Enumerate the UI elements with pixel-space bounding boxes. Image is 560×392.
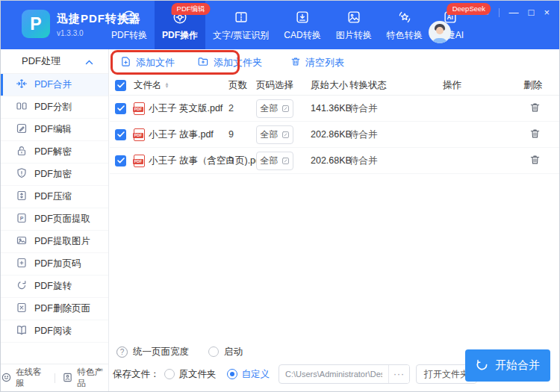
- row-checkbox[interactable]: [115, 103, 126, 114]
- sidebar-item-pdf-decrypt[interactable]: PDF解密: [1, 141, 108, 164]
- merge-icon: [16, 78, 28, 92]
- column-header-status: 转换状态: [349, 79, 443, 92]
- custom-folder-label: 自定义: [242, 368, 270, 381]
- save-path-input[interactable]: [279, 370, 388, 379]
- clear-list-button[interactable]: 清空列表: [290, 56, 344, 69]
- sidebar: PDF处理 PDF合并 PDF分割 PDF编辑 PDF解密 PDF加密 PDF压…: [1, 49, 109, 391]
- delete-row-button[interactable]: [528, 126, 542, 143]
- ocr-ticket-icon: [233, 9, 249, 25]
- page-select-button[interactable]: 全部: [256, 152, 293, 170]
- id-badge-icon: [62, 372, 73, 385]
- rotate-icon: [16, 279, 28, 293]
- original-folder-label: 原文件夹: [179, 368, 217, 381]
- column-header-filename: 文件名: [134, 79, 162, 92]
- convert-icon: [121, 9, 137, 25]
- status-text: 待合并: [349, 128, 443, 141]
- status-text: 待合并: [349, 155, 443, 167]
- help-question-icon[interactable]: ?: [116, 346, 128, 358]
- sidebar-footer: 在线客服 特色产品: [1, 364, 108, 391]
- row-checkbox[interactable]: [115, 155, 126, 167]
- add-folder-button[interactable]: 添加文件夹: [197, 56, 262, 69]
- save-file-label: 保存文件：: [113, 368, 160, 381]
- split-icon: [16, 100, 28, 114]
- nav-pdf-convert[interactable]: PDF转换: [104, 1, 155, 49]
- column-header-delete: 删除: [523, 79, 559, 92]
- file-size: 141.36KB: [311, 103, 349, 113]
- open-book-icon: [16, 324, 28, 338]
- nav-image-convert[interactable]: 图片转换: [329, 1, 379, 49]
- sidebar-item-pdf-encrypt[interactable]: PDF加密: [1, 164, 108, 186]
- main-nav: PDF转换 PDF编辑 PDF操作 文字/票证识别 CAD转换 图片转换: [104, 1, 471, 49]
- merge-progress-icon: [476, 358, 488, 373]
- column-header-pages: 页数: [228, 79, 256, 92]
- chevron-up-icon: [85, 56, 93, 67]
- file-name: 小王子 英文版.pdf: [149, 102, 223, 115]
- trash-icon: [290, 56, 301, 69]
- save-path-control: ···: [279, 364, 410, 384]
- uniform-width-label: 统一页面宽度: [133, 346, 189, 358]
- sort-icon[interactable]: ▲▼: [165, 82, 169, 89]
- pdf-file-icon: PDF: [134, 155, 145, 167]
- page-select-button[interactable]: 全部: [256, 125, 293, 144]
- pdf-edit-badge: PDF编辑: [172, 3, 211, 15]
- table-header: 文件名 ▲▼ 页数 页码选择 原始大小 转换状态 操作 删除: [110, 75, 559, 96]
- shield-icon: [16, 167, 28, 181]
- user-avatar[interactable]: [429, 21, 451, 43]
- extract-image-icon: [16, 234, 28, 249]
- start-merge-button[interactable]: 开始合并: [465, 349, 550, 382]
- sidebar-item-pdf-rotate[interactable]: PDF旋转: [1, 276, 108, 298]
- original-folder-radio[interactable]: [164, 369, 175, 379]
- sidebar-item-pdf-delete-page[interactable]: PDF删除页面: [1, 298, 108, 320]
- page-select-button[interactable]: 全部: [256, 99, 293, 118]
- divider: [55, 373, 55, 383]
- pdf-file-icon: PDF: [134, 102, 145, 115]
- delete-row-button[interactable]: [528, 152, 542, 169]
- sidebar-item-pdf-add-page-number[interactable]: PDF加页码: [1, 253, 108, 276]
- page-count: 9: [228, 129, 256, 140]
- sidebar-item-pdf-extract-image[interactable]: PDF提取图片: [1, 231, 108, 253]
- divider: [499, 8, 500, 17]
- sidebar-item-pdf-edit[interactable]: PDF编辑: [1, 119, 108, 141]
- nav-pdf-operate[interactable]: PDF编辑 PDF操作: [155, 1, 205, 49]
- delete-row-button[interactable]: [528, 100, 542, 117]
- sidebar-item-pdf-page-extract[interactable]: P PDF页面提取: [1, 208, 108, 231]
- column-header-action: 操作: [443, 79, 523, 92]
- row-checkbox[interactable]: [115, 129, 126, 140]
- sidebar-item-pdf-compress[interactable]: PDF压缩: [1, 186, 108, 208]
- sidebar-item-pdf-read[interactable]: PDF阅读: [1, 320, 108, 343]
- app-window: P 迅捷PDF转换器 v1.3.3.0 PDF转换 PDF编辑 PDF操作 文字…: [0, 0, 560, 392]
- star-convert-icon: [396, 9, 413, 25]
- nav-ocr[interactable]: 文字/票证识别: [205, 1, 276, 49]
- launch-radio[interactable]: [208, 346, 219, 357]
- sidebar-item-pdf-merge[interactable]: PDF合并: [1, 74, 108, 96]
- online-service-link[interactable]: 在线客服: [1, 367, 47, 389]
- deepseek-badge: DeepSeek: [447, 3, 491, 15]
- add-file-icon: [120, 56, 131, 69]
- sidebar-group-pdf-processing[interactable]: PDF处理: [1, 49, 108, 74]
- status-text: 待合并: [349, 102, 443, 115]
- browse-button[interactable]: ···: [388, 365, 409, 383]
- column-header-size: 原始大小: [311, 79, 349, 92]
- nav-cad-convert[interactable]: CAD转换: [276, 1, 328, 49]
- svg-text:P: P: [20, 216, 24, 221]
- sidebar-item-pdf-split[interactable]: PDF分割: [1, 96, 108, 119]
- minimize-icon[interactable]: —: [509, 7, 519, 17]
- page-count: 2: [228, 103, 256, 113]
- select-all-checkbox[interactable]: [115, 80, 126, 91]
- file-size: 202.68KB: [311, 155, 349, 166]
- add-folder-icon: [197, 56, 209, 69]
- add-file-button[interactable]: 添加文件: [120, 56, 175, 69]
- window-controls: ≡ — □ ×: [483, 7, 550, 17]
- top-header-bar: P 迅捷PDF转换器 v1.3.3.0 PDF转换 PDF编辑 PDF操作 文字…: [1, 1, 559, 49]
- unlock-icon: [16, 145, 28, 159]
- table-row: PDF小王子 英文版.pdf 2 全部 141.36KB 待合并: [110, 96, 559, 122]
- close-icon[interactable]: ×: [544, 7, 550, 17]
- nav-special-convert[interactable]: 特色转换: [379, 1, 430, 49]
- table-row: PDF小王子 故事.pdf 9 全部 202.86KB 待合并: [110, 122, 559, 148]
- main-content: 添加文件 添加文件夹 清空列表 文件名 ▲▼ 页数 页码选择 原始大小 转换状态…: [110, 49, 559, 391]
- maximize-icon[interactable]: □: [529, 7, 535, 17]
- custom-folder-radio[interactable]: [227, 369, 237, 379]
- featured-products-link[interactable]: 特色产品: [62, 367, 108, 389]
- table-row: PDF小王子 故事（含空白页).pdf 9 全部 202.68KB 待合并: [110, 148, 559, 174]
- launch-label: 启动: [224, 346, 243, 358]
